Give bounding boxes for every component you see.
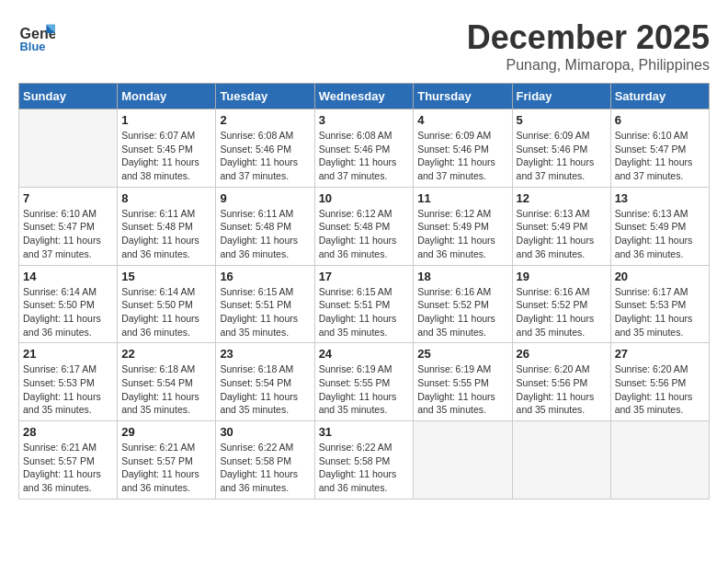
day-info: Sunrise: 6:20 AMSunset: 5:56 PMDaylight:… <box>517 362 607 417</box>
day-number: 17 <box>319 270 410 283</box>
day-number: 3 <box>319 113 410 127</box>
calendar-cell: 27Sunrise: 6:20 AMSunset: 5:56 PMDayligh… <box>610 343 709 421</box>
calendar-cell: 20Sunrise: 6:17 AMSunset: 5:53 PMDayligh… <box>610 265 709 343</box>
svg-text:Blue: Blue <box>20 40 46 53</box>
day-number: 7 <box>23 191 113 205</box>
calendar-cell: 5Sunrise: 6:09 AMSunset: 5:46 PMDaylight… <box>512 109 610 188</box>
calendar-cell: 21Sunrise: 6:17 AMSunset: 5:53 PMDayligh… <box>19 343 118 421</box>
calendar-cell <box>610 421 709 500</box>
logo-icon: General Blue <box>18 18 55 55</box>
day-number: 16 <box>220 270 310 283</box>
day-number: 12 <box>517 191 607 205</box>
day-info: Sunrise: 6:19 AMSunset: 5:55 PMDaylight:… <box>417 362 507 417</box>
calendar-cell: 12Sunrise: 6:13 AMSunset: 5:49 PMDayligh… <box>512 187 610 265</box>
day-info: Sunrise: 6:10 AMSunset: 5:47 PMDaylight:… <box>615 129 705 183</box>
day-info: Sunrise: 6:16 AMSunset: 5:52 PMDaylight:… <box>417 285 507 339</box>
day-number: 11 <box>417 191 507 205</box>
weekday-header-monday: Monday <box>118 84 216 109</box>
calendar-cell: 6Sunrise: 6:10 AMSunset: 5:47 PMDaylight… <box>610 109 709 188</box>
weekday-header-saturday: Saturday <box>610 84 709 109</box>
day-info: Sunrise: 6:12 AMSunset: 5:48 PMDaylight:… <box>319 207 410 261</box>
calendar-cell: 22Sunrise: 6:18 AMSunset: 5:54 PMDayligh… <box>118 343 216 421</box>
day-number: 29 <box>121 425 211 439</box>
week-row-2: 7Sunrise: 6:10 AMSunset: 5:47 PMDaylight… <box>19 187 710 265</box>
day-info: Sunrise: 6:18 AMSunset: 5:54 PMDaylight:… <box>121 362 211 417</box>
day-number: 14 <box>23 270 113 283</box>
day-info: Sunrise: 6:07 AMSunset: 5:45 PMDaylight:… <box>121 129 211 183</box>
day-info: Sunrise: 6:15 AMSunset: 5:51 PMDaylight:… <box>220 285 310 339</box>
calendar-cell: 15Sunrise: 6:14 AMSunset: 5:50 PMDayligh… <box>118 265 216 343</box>
day-number: 24 <box>319 347 410 361</box>
day-number: 26 <box>517 347 607 361</box>
calendar-cell: 13Sunrise: 6:13 AMSunset: 5:49 PMDayligh… <box>610 187 709 265</box>
calendar-cell: 31Sunrise: 6:22 AMSunset: 5:58 PMDayligh… <box>314 421 414 500</box>
calendar-cell: 28Sunrise: 6:21 AMSunset: 5:57 PMDayligh… <box>19 421 118 500</box>
day-number: 23 <box>220 347 310 361</box>
week-row-3: 14Sunrise: 6:14 AMSunset: 5:50 PMDayligh… <box>19 265 710 343</box>
day-number: 25 <box>417 347 507 361</box>
calendar-cell: 19Sunrise: 6:16 AMSunset: 5:52 PMDayligh… <box>512 265 610 343</box>
calendar-cell: 23Sunrise: 6:18 AMSunset: 5:54 PMDayligh… <box>216 343 314 421</box>
calendar-cell: 17Sunrise: 6:15 AMSunset: 5:51 PMDayligh… <box>314 265 414 343</box>
day-number: 8 <box>121 191 211 205</box>
day-number: 9 <box>220 191 310 205</box>
day-info: Sunrise: 6:13 AMSunset: 5:49 PMDaylight:… <box>615 207 705 261</box>
day-info: Sunrise: 6:11 AMSunset: 5:48 PMDaylight:… <box>121 207 211 261</box>
day-info: Sunrise: 6:08 AMSunset: 5:46 PMDaylight:… <box>319 129 410 183</box>
day-number: 6 <box>615 113 705 127</box>
calendar-cell: 4Sunrise: 6:09 AMSunset: 5:46 PMDaylight… <box>414 109 512 188</box>
day-info: Sunrise: 6:12 AMSunset: 5:49 PMDaylight:… <box>417 207 507 261</box>
day-info: Sunrise: 6:08 AMSunset: 5:46 PMDaylight:… <box>220 129 310 183</box>
calendar-cell: 16Sunrise: 6:15 AMSunset: 5:51 PMDayligh… <box>216 265 314 343</box>
calendar-cell: 2Sunrise: 6:08 AMSunset: 5:46 PMDaylight… <box>216 109 314 188</box>
day-number: 2 <box>220 113 310 127</box>
day-info: Sunrise: 6:19 AMSunset: 5:55 PMDaylight:… <box>319 362 410 417</box>
day-info: Sunrise: 6:09 AMSunset: 5:46 PMDaylight:… <box>417 129 507 183</box>
day-info: Sunrise: 6:17 AMSunset: 5:53 PMDaylight:… <box>615 285 705 339</box>
calendar-table: SundayMondayTuesdayWednesdayThursdayFrid… <box>18 83 710 500</box>
day-info: Sunrise: 6:21 AMSunset: 5:57 PMDaylight:… <box>121 441 211 495</box>
title-section: December 2025 Punang, Mimaropa, Philippi… <box>467 18 710 74</box>
day-info: Sunrise: 6:13 AMSunset: 5:49 PMDaylight:… <box>517 207 607 261</box>
calendar-cell: 10Sunrise: 6:12 AMSunset: 5:48 PMDayligh… <box>314 187 414 265</box>
logo: General Blue <box>18 18 59 55</box>
day-info: Sunrise: 6:11 AMSunset: 5:48 PMDaylight:… <box>220 207 310 261</box>
weekday-header-row: SundayMondayTuesdayWednesdayThursdayFrid… <box>19 84 710 109</box>
calendar-cell: 8Sunrise: 6:11 AMSunset: 5:48 PMDaylight… <box>118 187 216 265</box>
calendar-cell: 26Sunrise: 6:20 AMSunset: 5:56 PMDayligh… <box>512 343 610 421</box>
weekday-header-wednesday: Wednesday <box>314 84 414 109</box>
month-title: December 2025 <box>467 18 710 57</box>
calendar-cell: 9Sunrise: 6:11 AMSunset: 5:48 PMDaylight… <box>216 187 314 265</box>
day-info: Sunrise: 6:16 AMSunset: 5:52 PMDaylight:… <box>517 285 607 339</box>
calendar-cell: 3Sunrise: 6:08 AMSunset: 5:46 PMDaylight… <box>314 109 414 188</box>
week-row-5: 28Sunrise: 6:21 AMSunset: 5:57 PMDayligh… <box>19 421 710 500</box>
day-number: 4 <box>417 113 507 127</box>
calendar-cell: 14Sunrise: 6:14 AMSunset: 5:50 PMDayligh… <box>19 265 118 343</box>
day-info: Sunrise: 6:14 AMSunset: 5:50 PMDaylight:… <box>23 285 113 339</box>
calendar-cell: 18Sunrise: 6:16 AMSunset: 5:52 PMDayligh… <box>414 265 512 343</box>
calendar-cell: 25Sunrise: 6:19 AMSunset: 5:55 PMDayligh… <box>414 343 512 421</box>
day-number: 5 <box>517 113 607 127</box>
calendar-cell: 24Sunrise: 6:19 AMSunset: 5:55 PMDayligh… <box>314 343 414 421</box>
day-info: Sunrise: 6:22 AMSunset: 5:58 PMDaylight:… <box>319 441 410 495</box>
calendar-cell <box>512 421 610 500</box>
day-number: 19 <box>517 270 607 283</box>
day-number: 13 <box>615 191 705 205</box>
day-number: 27 <box>615 347 705 361</box>
day-number: 20 <box>615 270 705 283</box>
day-number: 31 <box>319 425 410 439</box>
day-info: Sunrise: 6:20 AMSunset: 5:56 PMDaylight:… <box>615 362 705 417</box>
calendar-cell <box>414 421 512 500</box>
day-number: 28 <box>23 425 113 439</box>
calendar-cell: 11Sunrise: 6:12 AMSunset: 5:49 PMDayligh… <box>414 187 512 265</box>
day-info: Sunrise: 6:14 AMSunset: 5:50 PMDaylight:… <box>121 285 211 339</box>
day-info: Sunrise: 6:09 AMSunset: 5:46 PMDaylight:… <box>517 129 607 183</box>
day-number: 30 <box>220 425 310 439</box>
day-number: 22 <box>121 347 211 361</box>
page-header: General Blue December 2025 Punang, Mimar… <box>18 18 710 74</box>
day-info: Sunrise: 6:15 AMSunset: 5:51 PMDaylight:… <box>319 285 410 339</box>
day-info: Sunrise: 6:18 AMSunset: 5:54 PMDaylight:… <box>220 362 310 417</box>
calendar-cell <box>19 109 118 188</box>
day-number: 15 <box>121 270 211 283</box>
day-number: 10 <box>319 191 410 205</box>
